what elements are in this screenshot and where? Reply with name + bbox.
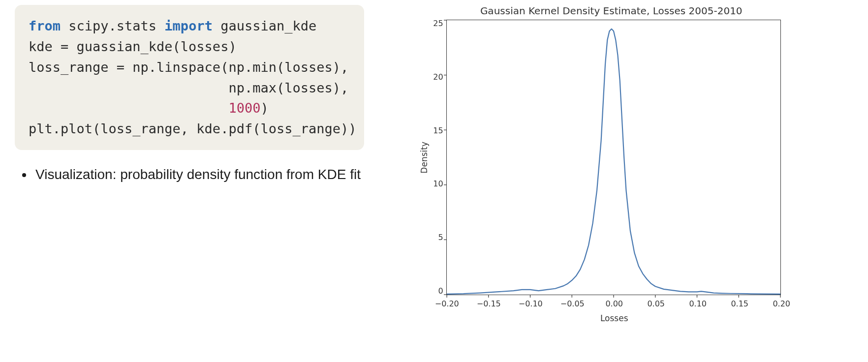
- chart-xticks: −0.20 −0.15 −0.10 −0.05 0.00 0.05 0.10 0…: [447, 299, 781, 308]
- ytick: 5: [433, 234, 443, 241]
- ytick: 20: [433, 73, 443, 81]
- code-text: plt.plot(loss_range, kde.pdf(loss_range)…: [29, 121, 356, 136]
- code-text: np.max(losses),: [29, 80, 348, 95]
- bullet-item: Visualization: probability density funct…: [33, 165, 364, 185]
- kde-chart: Gaussian Kernel Density Estimate, Losses…: [419, 5, 803, 323]
- code-number: 1000: [228, 100, 260, 116]
- bullet-list: Visualization: probability density funct…: [19, 165, 364, 185]
- ytick: 0: [433, 287, 443, 295]
- xtick: −0.05: [560, 299, 585, 308]
- ytick: 25: [433, 20, 443, 28]
- chart-yticks: 25 20 15 10 5 0: [433, 20, 446, 295]
- code-block: from scipy.stats import gaussian_kde kde…: [15, 5, 364, 150]
- plot-area: [446, 20, 781, 295]
- ytick: 15: [433, 127, 443, 135]
- code-text: loss_range = np.linspace(np.min(losses),: [29, 60, 348, 75]
- xtick: 0.05: [644, 299, 668, 308]
- ytick: 10: [433, 180, 443, 188]
- code-keyword: import: [164, 18, 213, 33]
- xtick: 0.15: [727, 299, 752, 308]
- chart-xlabel: Losses: [447, 313, 781, 323]
- xtick: −0.20: [434, 299, 459, 308]
- chart-title: Gaussian Kernel Density Estimate, Losses…: [419, 5, 803, 17]
- xtick: −0.15: [476, 299, 501, 308]
- code-text: ): [260, 100, 268, 116]
- code-keyword: from: [29, 18, 61, 33]
- xtick: 0.10: [685, 299, 710, 308]
- code-text: scipy.stats: [61, 18, 164, 33]
- xtick: −0.10: [518, 299, 543, 308]
- code-text: kde = guassian_kde(losses): [29, 39, 237, 54]
- code-text: [29, 100, 228, 116]
- code-text: gaussian_kde: [213, 18, 316, 33]
- xtick: 0.20: [769, 299, 794, 308]
- xtick: 0.00: [602, 299, 626, 308]
- chart-ylabel: Density: [419, 142, 429, 174]
